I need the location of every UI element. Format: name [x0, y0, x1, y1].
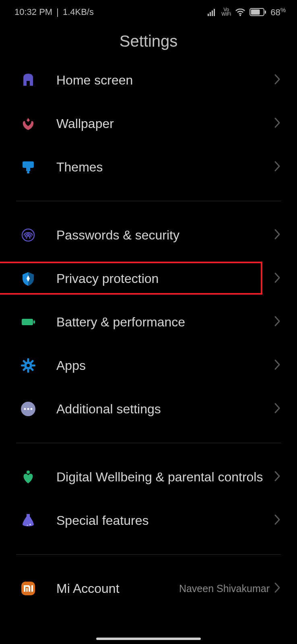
- row-label: Themes: [56, 159, 274, 175]
- row-label: Digital Wellbeing & parental controls: [56, 469, 274, 485]
- svg-point-12: [27, 235, 29, 237]
- home-icon: [19, 70, 38, 90]
- settings-row-digital-wellbeing[interactable]: Digital Wellbeing & parental controls: [0, 455, 297, 499]
- battery-icon: [19, 312, 38, 332]
- settings-row-special-features[interactable]: Special features: [0, 499, 297, 542]
- chevron-right-icon: [274, 359, 281, 372]
- divider: [16, 443, 281, 443]
- svg-rect-20: [27, 369, 29, 373]
- settings-row-apps[interactable]: Apps: [0, 344, 297, 387]
- shield-icon: [19, 269, 38, 288]
- svg-rect-0: [208, 14, 209, 16]
- chevron-right-icon: [274, 514, 281, 527]
- svg-rect-10: [27, 171, 29, 173]
- row-label: Apps: [56, 357, 274, 374]
- row-label: Battery & performance: [56, 314, 274, 330]
- settings-list: Home screenWallpaperThemesPasswords & se…: [0, 58, 297, 610]
- status-right: Vo WiFi 68%: [208, 6, 286, 18]
- row-label: Mi Account: [56, 580, 179, 597]
- wifi-icon: [235, 8, 245, 16]
- chevron-right-icon: [274, 160, 281, 174]
- settings-row-home-screen[interactable]: Home screen: [0, 58, 297, 102]
- svg-point-31: [27, 525, 28, 526]
- status-bar: 10:32 PM | 1.4KB/s Vo WiFi 68%: [0, 0, 297, 23]
- settings-row-mi-account[interactable]: Mi AccountNaveen Shivakumar: [0, 567, 297, 610]
- settings-row-battery-performance[interactable]: Battery & performance: [0, 300, 297, 344]
- row-label: Home screen: [56, 72, 274, 88]
- divider: [16, 201, 281, 201]
- svg-rect-9: [26, 168, 30, 171]
- signal-icon: [208, 8, 217, 16]
- battery-icon: [250, 8, 266, 17]
- settings-row-themes[interactable]: Themes: [0, 145, 297, 189]
- row-secondary: Naveen Shivakumar: [179, 583, 270, 594]
- settings-row-passwords-security[interactable]: Passwords & security: [0, 213, 297, 257]
- vowifi-icon: Vo WiFi: [221, 8, 231, 17]
- flower-icon: [19, 114, 38, 133]
- svg-rect-34: [31, 585, 33, 592]
- svg-rect-3: [214, 9, 215, 16]
- status-time: 10:32 PM: [14, 7, 52, 17]
- chevron-right-icon: [274, 470, 281, 484]
- svg-rect-33: [27, 588, 28, 592]
- chevron-right-icon: [274, 272, 281, 285]
- dots-icon: [19, 399, 38, 419]
- divider: [16, 554, 281, 555]
- svg-point-4: [239, 14, 241, 16]
- chevron-right-icon: [274, 228, 281, 242]
- svg-rect-6: [251, 9, 260, 14]
- svg-rect-2: [212, 10, 213, 16]
- chevron-right-icon: [274, 315, 281, 329]
- row-label: Wallpaper: [56, 116, 274, 132]
- svg-rect-16: [27, 358, 29, 362]
- chevron-right-icon: [274, 73, 281, 87]
- svg-rect-8: [23, 161, 34, 168]
- svg-rect-1: [210, 12, 211, 16]
- svg-point-30: [29, 524, 31, 525]
- fingerprint-icon: [19, 225, 38, 245]
- chevron-right-icon: [274, 402, 281, 416]
- settings-row-additional-settings[interactable]: Additional settings: [0, 387, 297, 431]
- brush-icon: [19, 157, 38, 177]
- svg-rect-18: [32, 365, 35, 367]
- svg-point-28: [31, 408, 33, 410]
- svg-point-29: [27, 471, 30, 474]
- page-title: Settings: [0, 32, 297, 50]
- heart-icon: [19, 467, 38, 487]
- status-speed: 1.4KB/s: [63, 7, 94, 17]
- status-left: 10:32 PM | 1.4KB/s: [14, 7, 94, 17]
- svg-rect-22: [21, 365, 25, 367]
- battery-percent: 68%: [270, 6, 286, 18]
- svg-point-27: [27, 408, 29, 410]
- nav-handle[interactable]: [96, 638, 201, 640]
- row-label: Additional settings: [56, 401, 274, 417]
- settings-row-privacy-protection[interactable]: Privacy protection: [0, 257, 297, 300]
- chevron-right-icon: [274, 582, 281, 595]
- svg-point-24: [27, 364, 30, 367]
- svg-rect-13: [22, 319, 33, 325]
- svg-rect-14: [33, 320, 35, 324]
- svg-rect-7: [265, 10, 266, 14]
- status-separator: |: [56, 7, 59, 17]
- row-label: Privacy protection: [56, 270, 274, 287]
- chevron-right-icon: [274, 117, 281, 130]
- row-label: Passwords & security: [56, 227, 274, 243]
- gear-icon: [19, 356, 38, 375]
- mi-icon: [19, 579, 38, 598]
- row-label: Special features: [56, 512, 274, 528]
- flask-icon: [19, 511, 38, 530]
- svg-point-26: [24, 408, 26, 410]
- settings-row-wallpaper[interactable]: Wallpaper: [0, 102, 297, 145]
